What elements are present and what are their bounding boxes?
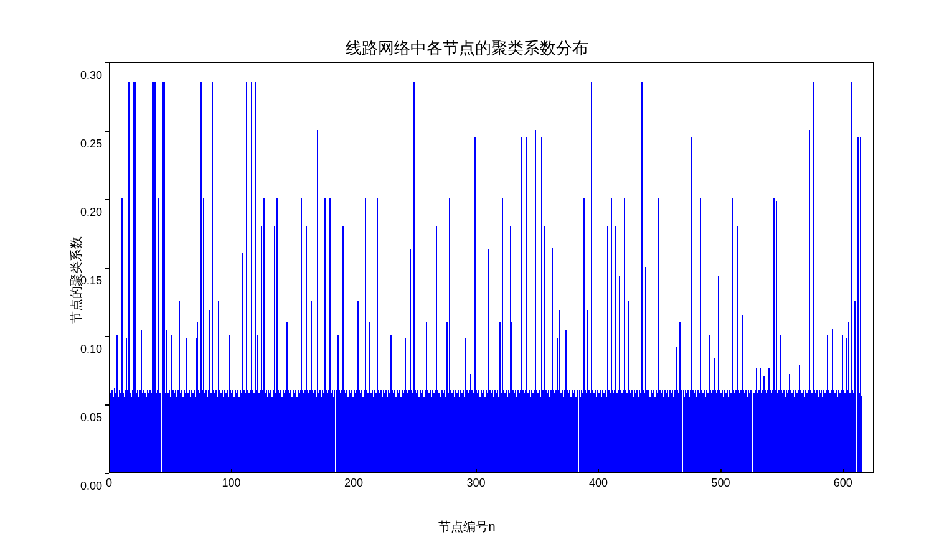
x-tick-mark <box>231 469 232 473</box>
y-ticks: 0.000.050.100.150.200.250.30 <box>0 62 106 473</box>
y-tick-label: 0.25 <box>80 138 102 151</box>
x-tick-mark <box>843 469 844 473</box>
x-axis-label: 节点编号n <box>0 518 934 535</box>
x-tick-label: 400 <box>589 477 608 490</box>
x-tick-mark <box>109 469 110 473</box>
x-tick-label: 300 <box>466 477 485 490</box>
x-ticks: 0100200300400500600 <box>109 473 874 492</box>
y-tick-label: 0.00 <box>80 480 102 493</box>
x-tick-mark <box>354 469 355 473</box>
y-tick-label: 0.05 <box>80 411 102 424</box>
y-tick-label: 0.10 <box>80 343 102 356</box>
y-tick-label: 0.20 <box>80 206 102 219</box>
bars-container <box>110 63 873 472</box>
chart-title: 线路网络中各节点的聚类系数分布 <box>0 37 934 59</box>
figure: 线路网络中各节点的聚类系数分布 节点的聚类系数 0.000.050.100.15… <box>0 0 934 560</box>
plot-area <box>109 62 874 473</box>
bar <box>861 396 862 472</box>
x-tick-label: 500 <box>711 477 730 490</box>
x-tick-label: 100 <box>222 477 240 490</box>
x-tick-label: 200 <box>344 477 363 490</box>
x-tick-label: 600 <box>834 477 852 490</box>
x-tick-label: 0 <box>106 477 112 490</box>
y-tick-label: 0.30 <box>80 69 102 82</box>
x-tick-mark <box>476 469 477 473</box>
x-tick-mark <box>720 469 722 473</box>
y-tick-label: 0.15 <box>80 274 102 287</box>
x-tick-mark <box>598 469 600 473</box>
